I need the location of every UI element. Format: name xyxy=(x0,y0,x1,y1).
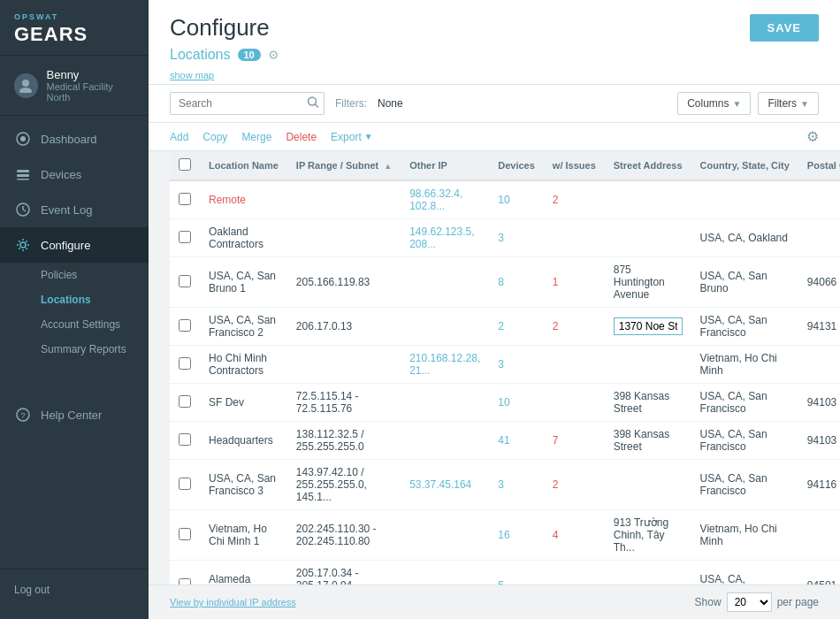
sidebar-item-label-help: Help Center xyxy=(41,409,102,422)
table-settings-icon[interactable]: ⚙ xyxy=(806,128,819,145)
save-button[interactable]: SAVE xyxy=(750,14,819,42)
sidebar: OPSWAT GEARS Benny Medical Facility Nort… xyxy=(0,0,149,619)
submenu-item-policies[interactable]: Policies xyxy=(41,263,149,287)
row-devices: 2 xyxy=(489,308,544,346)
locations-table: Location Name IP Range / Subnet ▲ Other … xyxy=(170,151,840,585)
row-name: USA, CA, San Francisco 3 xyxy=(200,460,287,510)
row-issues xyxy=(544,384,605,422)
row-checkbox[interactable] xyxy=(179,275,191,287)
row-ip-range: 202.245.110.30 - 202.245.110.80 xyxy=(287,510,401,561)
show-map-link[interactable]: show map xyxy=(170,70,819,84)
row-checkbox-cell xyxy=(170,384,200,422)
row-checkbox-cell xyxy=(170,561,200,585)
row-name: USA, CA, San Francisco 2 xyxy=(200,308,287,346)
svg-point-10 xyxy=(20,242,26,248)
row-checkbox[interactable] xyxy=(179,478,191,490)
delete-button[interactable]: Delete xyxy=(286,129,317,145)
sidebar-item-devices[interactable]: Devices xyxy=(0,157,149,192)
table-row: Ho Chi Minh Contractors 210.168.12.28, 2… xyxy=(170,346,840,384)
table-row: USA, CA, San Francisco 2 206.17.0.13 2 2… xyxy=(170,308,840,346)
row-ip-range xyxy=(287,346,401,384)
row-checkbox[interactable] xyxy=(179,578,191,585)
row-country xyxy=(691,180,798,219)
row-street[interactable] xyxy=(605,308,691,346)
row-other-ip xyxy=(401,561,489,585)
street-edit-input[interactable] xyxy=(614,317,683,335)
table-row: Alameda Contractors 205.17.0.34 - 205.17… xyxy=(170,561,840,585)
row-country: USA, CA, Oakland xyxy=(691,219,798,257)
row-postal: 94501 xyxy=(798,561,840,585)
table-footer: View by individual IP address Show 20 50… xyxy=(149,585,840,619)
submenu-item-summary-reports[interactable]: Summary Reports xyxy=(41,337,149,362)
row-checkbox[interactable] xyxy=(179,231,191,243)
row-ip-range: 206.17.0.13 xyxy=(287,308,401,346)
sidebar-logo: OPSWAT GEARS xyxy=(0,0,149,56)
submenu-item-locations[interactable]: Locations xyxy=(41,287,149,312)
svg-rect-4 xyxy=(17,170,29,172)
row-devices: 10 xyxy=(489,180,544,219)
row-name: Oakland Contractors xyxy=(200,219,287,257)
row-checkbox-cell xyxy=(170,257,200,308)
locations-count: 10 xyxy=(238,49,261,61)
svg-point-0 xyxy=(22,80,29,87)
search-icon-button[interactable] xyxy=(307,96,319,111)
col-header-ip-range[interactable]: IP Range / Subnet ▲ xyxy=(287,151,401,180)
filters-dropdown[interactable]: Filters ▼ xyxy=(758,92,819,115)
row-street: 398 Kansas Street xyxy=(605,422,691,460)
select-all-checkbox[interactable] xyxy=(179,158,191,171)
main-header: Configure SAVE Locations 10 ⚙ show map xyxy=(149,0,840,85)
sidebar-item-dashboard[interactable]: Dashboard xyxy=(0,121,149,157)
per-page-select[interactable]: 20 50 100 xyxy=(727,592,772,612)
locations-row: Locations 10 ⚙ xyxy=(170,47,819,70)
row-street: 913 Trường Chinh, Tây Th... xyxy=(605,510,691,561)
row-postal: 94103 xyxy=(798,384,840,422)
row-country: Vietnam, Ho Chi Minh xyxy=(691,346,798,384)
row-postal xyxy=(798,219,840,257)
row-name: Alameda Contractors xyxy=(200,561,287,585)
show-label: Show xyxy=(695,596,722,608)
action-bar: Add Copy Merge Delete Export ▼ ⚙ xyxy=(149,123,840,151)
columns-dropdown[interactable]: Columns ▼ xyxy=(677,92,751,115)
row-other-ip xyxy=(401,308,489,346)
copy-button[interactable]: Copy xyxy=(202,129,227,145)
col-header-street: Street Address xyxy=(605,151,691,180)
row-devices: 3 xyxy=(489,219,544,257)
table-row: USA, CA, San Francisco 3 143.97.42.10 / … xyxy=(170,460,840,510)
user-avatar xyxy=(14,73,38,98)
row-other-ip xyxy=(401,510,489,561)
logout-button[interactable]: Log out xyxy=(14,578,134,601)
add-button[interactable]: Add xyxy=(170,129,188,145)
view-ip-link[interactable]: View by individual IP address xyxy=(170,597,296,608)
row-country: USA, CA, San Francisco xyxy=(691,384,798,422)
sidebar-item-label-devices: Devices xyxy=(41,168,81,181)
row-issues: 1 xyxy=(544,257,605,308)
col-header-postal: Postal Code xyxy=(798,151,840,180)
search-input[interactable] xyxy=(170,92,325,115)
row-street xyxy=(605,561,691,585)
row-street xyxy=(605,460,691,510)
sidebar-item-help[interactable]: ? Help Center xyxy=(0,397,149,432)
row-ip-range: 138.112.32.5 / 255.255.255.0 xyxy=(287,422,401,460)
logo-opswat: OPSWAT xyxy=(14,12,134,21)
filters-label: Filters: xyxy=(335,97,367,110)
row-checkbox[interactable] xyxy=(179,528,191,540)
col-header-other-ip: Other IP xyxy=(401,151,489,180)
row-postal: 94066 xyxy=(798,257,840,308)
gear-settings-icon[interactable]: ⚙ xyxy=(268,48,279,62)
col-header-country: Country, State, City xyxy=(691,151,798,180)
svg-line-14 xyxy=(316,104,319,108)
table-row: Oakland Contractors 149.62.123.5, 208...… xyxy=(170,219,840,257)
row-other-ip: 149.62.123.5, 208... xyxy=(401,219,489,257)
sidebar-item-configure[interactable]: Configure xyxy=(0,227,149,263)
export-button[interactable]: Export ▼ xyxy=(331,131,373,143)
row-checkbox[interactable] xyxy=(179,433,191,446)
row-checkbox[interactable] xyxy=(179,319,191,332)
row-checkbox[interactable] xyxy=(179,357,191,370)
sidebar-item-eventlog[interactable]: Event Log xyxy=(0,192,149,227)
row-checkbox[interactable] xyxy=(179,395,191,408)
row-street: 398 Kansas Street xyxy=(605,384,691,422)
merge-button[interactable]: Merge xyxy=(241,129,271,145)
select-all-header xyxy=(170,151,200,180)
row-checkbox[interactable] xyxy=(179,193,191,205)
submenu-item-account-settings[interactable]: Account Settings xyxy=(41,312,149,337)
